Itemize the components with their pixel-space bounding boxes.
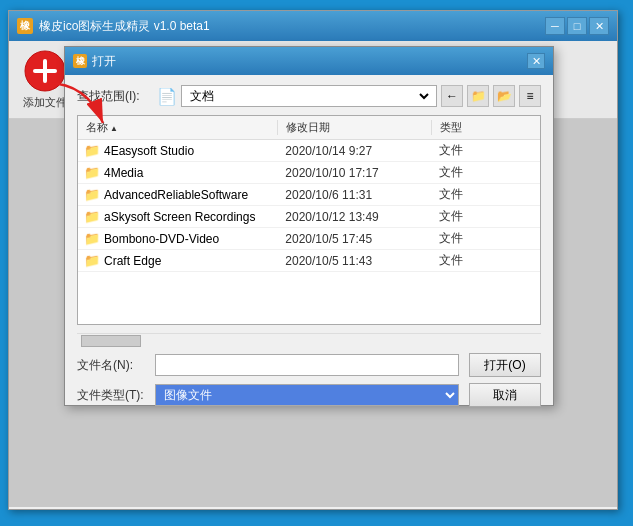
open-dialog: 橡 打开 ✕ 查找范围(I): 📄 文档 ← 📁 📂: [64, 46, 554, 406]
file-list: 📁4Easysoft Studio2020/10/14 9:27文件📁4Medi…: [78, 140, 540, 324]
nav-view-btn[interactable]: ≡: [519, 85, 541, 107]
file-name-cell: 📁Craft Edge: [78, 253, 279, 268]
folder-icon: 📁: [84, 209, 100, 224]
hscroll-thumb[interactable]: [81, 335, 141, 347]
file-date-cell: 2020/10/12 13:49: [279, 210, 433, 224]
dialog-title-bar: 橡 打开 ✕: [65, 47, 553, 75]
dialog-title: 打开: [92, 53, 527, 70]
filetype-label: 文件类型(T):: [77, 387, 149, 404]
file-row[interactable]: 📁aSkysoft Screen Recordings2020/10/12 13…: [78, 206, 540, 228]
file-name-cell: 📁AdvancedReliableSoftware: [78, 187, 279, 202]
minimize-button[interactable]: ─: [545, 17, 565, 35]
folder-icon: 📁: [84, 253, 100, 268]
folder-icon: 📁: [84, 165, 100, 180]
file-name-cell: 📁Bombono-DVD-Video: [78, 231, 279, 246]
file-type-cell: 文件: [433, 186, 540, 203]
look-in-label: 查找范围(I):: [77, 88, 149, 105]
file-type-cell: 文件: [433, 208, 540, 225]
file-name-cell: 📁4Easysoft Studio: [78, 143, 279, 158]
svg-rect-2: [43, 59, 47, 83]
file-row[interactable]: 📁AdvancedReliableSoftware2020/10/6 11:31…: [78, 184, 540, 206]
file-name: 4Easysoft Studio: [104, 144, 194, 158]
folder-icon: 📁: [84, 231, 100, 246]
app-icon: 橡: [17, 18, 33, 34]
dialog-title-icon: 橡: [73, 54, 87, 68]
file-name: aSkysoft Screen Recordings: [104, 210, 255, 224]
sort-arrow: ▲: [110, 124, 118, 133]
filetype-row: 文件类型(T): 图像文件 取消: [77, 383, 541, 407]
file-date-cell: 2020/10/5 17:45: [279, 232, 433, 246]
filename-row: 文件名(N): 打开(O): [77, 353, 541, 377]
file-type-cell: 文件: [433, 164, 540, 181]
file-row[interactable]: 📁4Easysoft Studio2020/10/14 9:27文件: [78, 140, 540, 162]
open-button[interactable]: 打开(O): [469, 353, 541, 377]
file-row[interactable]: 📁4Media2020/10/10 17:17文件: [78, 162, 540, 184]
cancel-button[interactable]: 取消: [469, 383, 541, 407]
filename-input[interactable]: [155, 354, 459, 376]
file-name-cell: 📁aSkysoft Screen Recordings: [78, 209, 279, 224]
window-controls: ─ □ ✕: [545, 17, 609, 35]
dialog-close-button[interactable]: ✕: [527, 53, 545, 69]
nav-back-btn[interactable]: ←: [441, 85, 463, 107]
file-date-cell: 2020/10/6 11:31: [279, 188, 433, 202]
folder-icon: 📁: [84, 187, 100, 202]
app-title: 橡皮ico图标生成精灵 v1.0 beta1: [39, 18, 545, 35]
look-in-select[interactable]: 文档: [186, 86, 432, 106]
file-name: Bombono-DVD-Video: [104, 232, 219, 246]
hscroll[interactable]: [77, 333, 541, 347]
col-date-header: 修改日期: [278, 120, 432, 135]
file-type-cell: 文件: [433, 230, 540, 247]
app-window: 橡 橡皮ico图标生成精灵 v1.0 beta1 ─ □ ✕ 添加文件: [8, 10, 618, 510]
maximize-button[interactable]: □: [567, 17, 587, 35]
dialog-body: 查找范围(I): 📄 文档 ← 📁 📂 ≡: [65, 75, 553, 423]
file-row[interactable]: 📁Bombono-DVD-Video2020/10/5 17:45文件: [78, 228, 540, 250]
file-name: AdvancedReliableSoftware: [104, 188, 248, 202]
col-name-header[interactable]: 名称▲: [78, 120, 278, 135]
add-file-icon: [23, 49, 67, 93]
file-date-cell: 2020/10/5 11:43: [279, 254, 433, 268]
app-close-button[interactable]: ✕: [589, 17, 609, 35]
file-name: Craft Edge: [104, 254, 161, 268]
folder-icon: 📁: [84, 143, 100, 158]
folder-doc-icon: 📄: [157, 87, 177, 106]
file-list-header: 名称▲ 修改日期 类型: [78, 116, 540, 140]
file-name-cell: 📁4Media: [78, 165, 279, 180]
filetype-select[interactable]: 图像文件: [156, 385, 458, 405]
file-date-cell: 2020/10/14 9:27: [279, 144, 433, 158]
filename-label: 文件名(N):: [77, 357, 149, 374]
file-list-container: 名称▲ 修改日期 类型 📁4Easysoft Studio2020/10/14 …: [77, 115, 541, 325]
col-type-header: 类型: [432, 120, 540, 135]
toolbar-add-file[interactable]: 添加文件: [21, 49, 69, 110]
file-name: 4Media: [104, 166, 143, 180]
look-in-row: 查找范围(I): 📄 文档 ← 📁 📂 ≡: [77, 85, 541, 107]
file-row[interactable]: 📁Craft Edge2020/10/5 11:43文件: [78, 250, 540, 272]
file-type-cell: 文件: [433, 252, 540, 269]
look-in-combo[interactable]: 文档: [181, 85, 437, 107]
nav-up-btn[interactable]: 📁: [467, 85, 489, 107]
add-file-label: 添加文件: [23, 95, 67, 110]
nav-new-btn[interactable]: 📂: [493, 85, 515, 107]
filetype-select-wrap[interactable]: 图像文件: [155, 384, 459, 406]
file-type-cell: 文件: [433, 142, 540, 159]
title-bar: 橡 橡皮ico图标生成精灵 v1.0 beta1 ─ □ ✕: [9, 11, 617, 41]
look-in-combo-area: 📄 文档 ← 📁 📂 ≡: [157, 85, 541, 107]
file-date-cell: 2020/10/10 17:17: [279, 166, 433, 180]
